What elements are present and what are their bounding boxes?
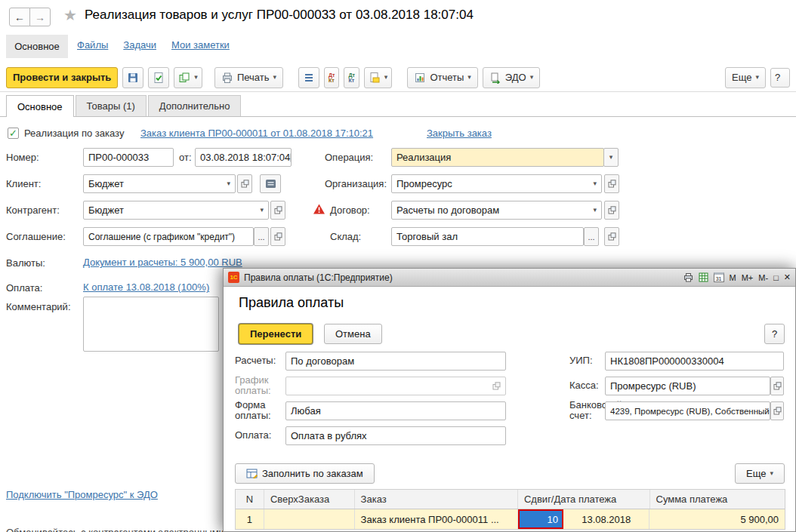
client-open-button[interactable] <box>237 174 252 193</box>
agreement-open-button[interactable] <box>270 227 285 246</box>
bank-open-button[interactable] <box>770 401 784 420</box>
warehouse-open-button[interactable] <box>604 227 619 246</box>
fill-by-orders-button[interactable]: Заполнить по заказам <box>235 463 375 484</box>
operation-dropdown-button[interactable]: ▾ <box>603 148 619 167</box>
payform-input[interactable]: Любая <box>285 401 506 420</box>
help-button[interactable]: ? <box>770 68 790 88</box>
dialog-more-dropdown-button[interactable]: Еще ▾ <box>735 463 785 484</box>
operation-value: Реализация <box>396 152 451 163</box>
uip-label: УИП: <box>569 355 593 366</box>
number-input[interactable]: ПР00-000033 <box>83 148 174 167</box>
save-icon <box>127 72 139 84</box>
maximize-icon[interactable]: □ <box>773 273 779 282</box>
dialog-window-title: Правила оплаты (1С:Предприятие) <box>244 272 393 283</box>
bank-account-input[interactable]: 4239, Промресурс (RUB), Собственный счет <box>605 401 770 420</box>
section-link-files[interactable]: Файлы <box>77 39 108 51</box>
bank-account-value: 4239, Промресурс (RUB), Собственный счет <box>610 407 770 416</box>
kassa-open-button[interactable] <box>770 377 784 395</box>
tab-main-label: Основное <box>17 101 63 112</box>
section-link-tasks[interactable]: Задачи <box>123 39 156 51</box>
post-document-button[interactable] <box>148 67 169 88</box>
contragent-open-button[interactable] <box>270 201 285 220</box>
dialog-payment-input[interactable]: Оплата в рублях <box>285 426 506 445</box>
favorite-star-icon[interactable]: ★ <box>63 6 77 24</box>
section-link-notes[interactable]: Мои заметки <box>171 39 230 51</box>
payment-date-cell[interactable]: 13.08.2018 <box>563 514 649 525</box>
memory-plus-button[interactable]: М+ <box>742 273 754 282</box>
cell-payment-sum[interactable]: 5 900,00 <box>649 509 785 529</box>
close-order-link[interactable]: Закрыть заказ <box>427 128 492 139</box>
more-dropdown-button[interactable]: Еще ▾ <box>725 67 766 88</box>
order-checkbox[interactable]: ✓ <box>8 128 19 139</box>
payment-due-link[interactable]: К оплате 13.08.2018 (100%) <box>83 281 209 293</box>
calendar-icon[interactable] <box>290 152 292 162</box>
warehouse-select-button[interactable]: ... <box>584 227 599 246</box>
edo-dropdown-button[interactable]: ЭДО ▾ <box>483 67 540 88</box>
contract-input[interactable]: Расчеты по договорам ▾ <box>391 201 602 220</box>
open-picker-icon <box>773 407 782 415</box>
uip-input[interactable]: НК1808ПР000000330004 <box>605 352 784 371</box>
dialog-payment-label: Оплата: <box>235 430 271 441</box>
create-based-on-dropdown-button[interactable]: ▾ <box>364 67 393 88</box>
kassa-input[interactable]: Промресурс (RUB) <box>605 377 770 395</box>
transfer-label: Перенести <box>250 328 301 340</box>
operation-combobox[interactable]: Реализация <box>391 148 604 167</box>
organization-label: Организация: <box>325 174 387 193</box>
comment-input[interactable] <box>83 297 219 352</box>
organization-open-button[interactable] <box>604 174 619 193</box>
shift-edit-cell[interactable]: 10 <box>518 509 563 529</box>
caret-icon: ▾ <box>227 180 230 187</box>
agreement-label: Соглашение: <box>6 227 66 246</box>
date-input[interactable]: 03.08.2018 18:07:04 <box>195 148 292 167</box>
contragent-input[interactable]: Бюджет ▾ <box>83 201 269 220</box>
print-dropdown-button[interactable]: Печать ▾ <box>214 67 283 88</box>
section-nav-main[interactable]: Основное <box>6 35 68 58</box>
cancel-button[interactable]: Отмена <box>324 324 382 344</box>
reports-dropdown-button[interactable]: Отчеты ▾ <box>407 67 477 88</box>
warehouse-input[interactable]: Торговый зал <box>391 227 584 246</box>
column-header-order: Заказ <box>355 490 518 509</box>
schedule-input[interactable] <box>285 377 506 395</box>
copy-dropdown-button[interactable]: ▾ <box>174 67 202 88</box>
cell-over-order[interactable] <box>264 509 355 529</box>
column-header-over-order: СверхЗаказа <box>264 490 355 509</box>
back-button[interactable]: ← <box>9 8 30 26</box>
agreement-select-button[interactable]: ... <box>254 227 269 246</box>
dialog-help-button[interactable]: ? <box>764 324 785 344</box>
edo-connect-link[interactable]: Подключить "Промресурс" к ЭДО <box>6 489 158 500</box>
forward-button[interactable]: → <box>29 8 51 26</box>
report-structure-button[interactable] <box>298 67 319 88</box>
transfer-button[interactable]: Перенести <box>239 324 313 344</box>
reports-label: Отчеты <box>430 72 464 83</box>
dtkt-tax-button[interactable]: Дт Кт <box>344 67 359 88</box>
calc-input[interactable]: По договорам <box>285 352 506 371</box>
client-dossier-button[interactable] <box>260 174 281 193</box>
table-row[interactable]: 1 Заказ клиента ПР00-000011 ... 10 13.08… <box>236 509 785 529</box>
tab-goods[interactable]: Товары (1) <box>76 95 147 116</box>
tab-additional[interactable]: Дополнительно <box>148 95 242 116</box>
more-label: Еще <box>732 72 751 83</box>
dialog-titlebar[interactable]: 1С Правила оплаты (1С:Предприятие) 31 М … <box>224 269 795 287</box>
cell-row-number[interactable]: 1 <box>236 509 264 529</box>
dialog-table-icon[interactable] <box>699 272 708 282</box>
open-picker-icon <box>492 382 501 390</box>
dialog-print-icon[interactable] <box>683 272 693 282</box>
post-and-close-button[interactable]: Провести и закрыть <box>6 67 118 88</box>
agreement-input[interactable]: Соглашение (с графиком "кредит") <box>83 227 254 246</box>
tab-main[interactable]: Основное <box>6 95 74 117</box>
client-input[interactable]: Бюджет ▾ <box>83 174 236 193</box>
close-icon[interactable]: ✕ <box>784 272 791 282</box>
currency-settlements-link[interactable]: Документ и расчеты: 5 900,00 RUB <box>83 257 242 268</box>
organization-input[interactable]: Промресурс ▾ <box>391 174 602 193</box>
memory-button[interactable]: М <box>730 273 736 282</box>
dialog-calendar-icon[interactable]: 31 <box>714 272 724 282</box>
save-button[interactable] <box>122 67 143 88</box>
cell-order[interactable]: Заказ клиента ПР00-000011 ... <box>355 509 518 529</box>
contract-open-button[interactable] <box>604 201 619 220</box>
caret-icon: ▾ <box>593 207 597 214</box>
memory-minus-button[interactable]: М- <box>758 273 768 282</box>
payment-label: Оплата: <box>6 278 42 297</box>
dtkt-accounting-button[interactable]: Дт Кт <box>324 67 339 88</box>
customer-order-link[interactable]: Заказ клиента ПР00-000011 от 01.08.2018 … <box>140 128 373 139</box>
tab-additional-label: Дополнительно <box>159 100 230 112</box>
